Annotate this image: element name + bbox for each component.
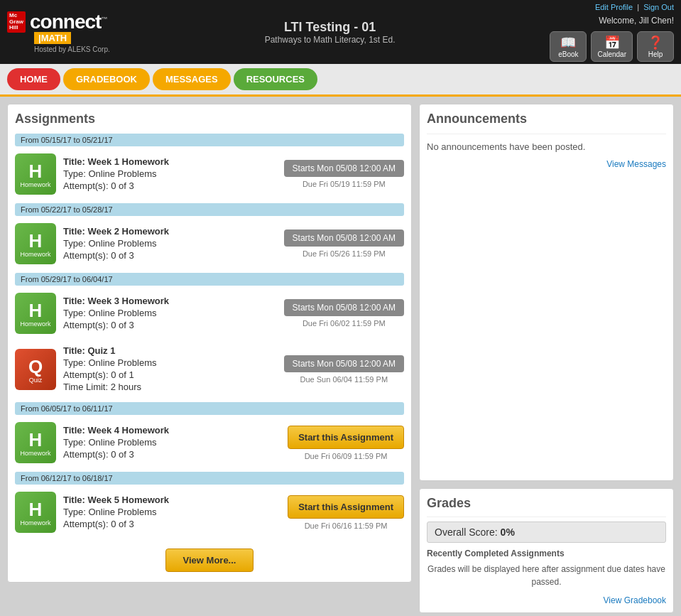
date-range-4: From 06/05/17 to 06/11/17 — [15, 402, 404, 415]
course-title: LTI Testing - 01 — [124, 20, 536, 35]
due-text: Due Sun 06/04 11:59 PM — [284, 375, 404, 384]
hw-letter: H — [29, 230, 43, 252]
no-announcements-text: No announcements have been posted. — [427, 141, 666, 152]
assignment-action: Starts Mon 05/08 12:00 AM Due Fri 05/26 … — [284, 229, 404, 258]
hw-label: Homework — [20, 181, 50, 188]
assignment-title: Week 1 Homework — [87, 156, 169, 167]
assignment-title-line: Title: Week 4 Homework — [63, 425, 288, 436]
quiz-label: Quiz — [29, 377, 43, 384]
assignment-type: Online Problems — [88, 357, 156, 368]
table-row: H Homework Title: Week 1 Homework Type: … — [15, 151, 404, 198]
assignment-attempts-line: Attempt(s): 0 of 1 — [63, 369, 284, 380]
welcome-text: Welcome, Jill Chen! — [599, 16, 674, 26]
edit-profile-link[interactable]: Edit Profile — [595, 3, 633, 11]
assignment-title-line: Title: Week 5 Homework — [63, 495, 288, 505]
assignment-title-line: Title: Week 2 Homework — [63, 226, 284, 237]
assignment-info: Title: Week 1 Homework Type: Online Prob… — [63, 156, 284, 193]
mcgraw-hill-logo: McGrawHill — [7, 11, 26, 33]
calendar-label: Calendar — [597, 50, 626, 58]
header: McGrawHill connect™ |MATH Hosted by ALEK… — [0, 0, 681, 64]
assignment-type-line: Type: Online Problems — [63, 168, 284, 179]
nav-bar: HOME GRADEBOOK MESSAGES RESOURCES — [0, 64, 681, 97]
top-links: Edit Profile | Sign Out — [595, 3, 674, 11]
assignment-type-line: Type: Online Problems — [63, 437, 288, 448]
due-text: Due Fri 05/19 11:59 PM — [284, 180, 404, 188]
due-text: Due Fri 06/09 11:59 PM — [288, 452, 404, 460]
starts-button: Starts Mon 05/08 12:00 AM — [284, 160, 404, 177]
assignment-attempts: 0 of 3 — [111, 320, 134, 330]
date-range-3: From 05/29/17 to 06/04/17 — [15, 273, 404, 286]
homework-icon: H Homework — [15, 153, 56, 195]
table-row: H Homework Title: Week 4 Homework Type: … — [15, 419, 404, 466]
start-assignment-button[interactable]: Start this Assignment — [288, 426, 404, 449]
assignment-info: Title: Quiz 1 Type: Online Problems Atte… — [63, 345, 284, 394]
view-more-area: View More... — [15, 541, 404, 575]
view-gradebook-link[interactable]: View Gradebook — [427, 595, 666, 605]
grades-panel: Grades Overall Score: 0% Recently Comple… — [419, 488, 674, 613]
assignment-type: Online Problems — [88, 238, 156, 249]
assignment-type: Online Problems — [88, 437, 156, 448]
assignment-attempts: 0 of 1 — [111, 369, 134, 380]
ebook-icon: 📖 — [560, 35, 576, 50]
recently-completed-label: Recently Completed Assignments — [427, 549, 666, 558]
view-more-button[interactable]: View More... — [165, 549, 254, 572]
calendar-button[interactable]: 📅 Calendar — [591, 31, 633, 62]
header-icons: 📖 eBook 📅 Calendar ❓ Help — [550, 31, 674, 62]
date-range-2: From 05/22/17 to 05/28/17 — [15, 203, 404, 216]
homework-icon: H Homework — [15, 293, 56, 334]
hw-label: Homework — [20, 450, 50, 457]
header-center: LTI Testing - 01 Pathways to Math Litera… — [124, 20, 536, 45]
assignment-title: Week 4 Homework — [87, 425, 169, 436]
starts-button: Starts Mon 05/08 12:00 AM — [284, 229, 404, 247]
date-range-1: From 05/15/17 to 05/21/17 — [15, 134, 404, 146]
table-row: H Homework Title: Week 2 Homework Type: … — [15, 220, 404, 267]
assignment-attempts-line: Attempt(s): 0 of 3 — [63, 519, 288, 529]
assignment-type-line: Type: Online Problems — [63, 238, 284, 249]
assignment-info: Title: Week 2 Homework Type: Online Prob… — [63, 226, 284, 262]
hosted-by: Hosted by ALEKS Corp. — [34, 45, 110, 53]
hw-letter: H — [29, 499, 43, 521]
ebook-button[interactable]: 📖 eBook — [550, 31, 587, 62]
left-panel: Assignments From 05/15/17 to 05/21/17 H … — [7, 104, 412, 613]
sign-out-link[interactable]: Sign Out — [643, 3, 674, 11]
resources-nav-button[interactable]: RESOURCES — [234, 68, 317, 90]
ebook-label: eBook — [558, 50, 578, 58]
starts-button: Starts Mon 05/08 12:00 AM — [284, 299, 404, 316]
starts-button: Starts Mon 05/08 12:00 AM — [284, 355, 404, 372]
homework-icon: H Homework — [15, 422, 56, 463]
assignment-type-line: Type: Online Problems — [63, 507, 288, 517]
view-messages-link[interactable]: View Messages — [427, 159, 666, 169]
header-right: Edit Profile | Sign Out Welcome, Jill Ch… — [550, 3, 674, 62]
help-button[interactable]: ❓ Help — [637, 31, 674, 62]
assignment-type: Online Problems — [88, 308, 156, 318]
assignment-type: Online Problems — [88, 507, 156, 517]
announcements-title: Announcements — [427, 112, 666, 126]
assignment-info: Title: Week 3 Homework Type: Online Prob… — [63, 296, 284, 332]
hw-letter: H — [29, 161, 43, 183]
homework-icon: H Homework — [15, 492, 56, 533]
hw-label: Homework — [20, 251, 50, 258]
math-bar: |MATH — [34, 32, 71, 44]
table-row: H Homework Title: Week 5 Homework Type: … — [15, 489, 404, 536]
table-row: Q Quiz Title: Quiz 1 Type: Online Proble… — [15, 342, 404, 396]
help-label: Help — [648, 50, 663, 58]
due-text: Due Fri 05/26 11:59 PM — [284, 249, 404, 258]
assignment-title: Week 5 Homework — [87, 495, 169, 505]
help-icon: ❓ — [648, 35, 663, 50]
homework-icon: H Homework — [15, 223, 56, 264]
table-row: H Homework Title: Week 3 Homework Type: … — [15, 290, 404, 337]
hw-label: Homework — [20, 519, 50, 526]
assignment-attempts: 0 of 3 — [111, 519, 134, 529]
assignment-type-line: Type: Online Problems — [63, 308, 284, 318]
assignment-action: Starts Mon 05/08 12:00 AM Due Fri 05/19 … — [284, 160, 404, 188]
start-assignment-button-2[interactable]: Start this Assignment — [288, 495, 404, 519]
messages-nav-button[interactable]: MESSAGES — [153, 68, 231, 90]
quiz-letter: Q — [28, 356, 43, 378]
gradebook-nav-button[interactable]: GRADEBOOK — [63, 68, 150, 90]
home-nav-button[interactable]: HOME — [7, 68, 60, 90]
assignment-attempts: 0 of 3 — [111, 250, 134, 261]
assignment-action: Start this Assignment Due Fri 06/16 11:5… — [288, 495, 404, 530]
main-layout: Assignments From 05/15/17 to 05/21/17 H … — [0, 97, 681, 616]
hw-label: Homework — [20, 320, 50, 328]
quiz-icon: Q Quiz — [15, 349, 56, 390]
